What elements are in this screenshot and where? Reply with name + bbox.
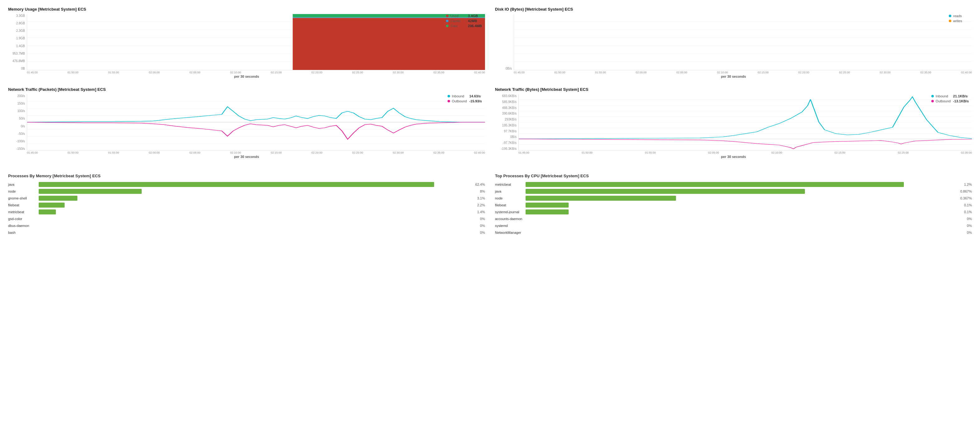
processes-cpu-list: metricbeat 1.2% java 0.867% node 0.367% bbox=[495, 182, 972, 235]
legend-reads: reads bbox=[949, 14, 969, 18]
process-pct-metricbeat-cpu: 1.2% bbox=[958, 183, 972, 186]
memory-svg bbox=[27, 14, 485, 70]
legend-outbound-bytes: Outbound -13.1KB/s bbox=[931, 99, 969, 103]
process-bar-container-gnome-mem bbox=[39, 196, 468, 201]
process-pct-gnome-mem: 3.1% bbox=[471, 196, 485, 200]
memory-panel: Memory Usage [Metricbeat System] ECS 3.3… bbox=[3, 3, 490, 83]
process-name-gnome-mem: gnome-shell bbox=[8, 196, 36, 200]
net-packets-legend: Inbound 14.63/s Outbound -15.93/s bbox=[447, 94, 482, 103]
process-pct-accounts-cpu: 0% bbox=[958, 217, 972, 221]
process-row-node-mem: node 8% bbox=[8, 189, 485, 194]
process-name-gsd-mem: gsd-color bbox=[8, 217, 36, 221]
process-name-java-cpu: java bbox=[495, 189, 523, 193]
net-packets-chart bbox=[27, 94, 485, 151]
process-row-accounts-cpu: accounts-daemon 0% bbox=[495, 216, 972, 221]
process-bar-node-cpu bbox=[526, 196, 676, 201]
inbound-pkt-label: Inbound bbox=[452, 94, 468, 98]
inbound-pkt-value: 14.63/s bbox=[469, 94, 481, 98]
outbound-bytes-value: -13.1KB/s bbox=[953, 99, 969, 103]
process-row-filebeat-cpu: filebeat 0.1% bbox=[495, 203, 972, 208]
process-bar-node-mem bbox=[39, 189, 142, 194]
process-pct-dbus-mem: 0% bbox=[471, 224, 485, 227]
cache-label: Cache bbox=[450, 19, 466, 23]
process-row-bash-mem: bash 0% bbox=[8, 230, 485, 235]
process-row-dbus-mem: dbus-daemon 0% bbox=[8, 223, 485, 228]
inbound-bytes-dot bbox=[931, 95, 934, 97]
process-bar-filebeat-mem bbox=[39, 203, 65, 208]
memory-x-labels: 01:45:00 01:50:00 01:55:00 02:00:00 02:0… bbox=[8, 71, 485, 74]
process-name-systemd-journal-cpu: systemd-journal bbox=[495, 210, 523, 214]
net-bytes-title: Network Traffic (Bytes) [Metricbeat Syst… bbox=[495, 87, 972, 92]
process-bar-java-cpu bbox=[526, 189, 805, 194]
net-packets-y-axis: 200/s 150/s 100/s 50/s 0/s -50/s -100/s … bbox=[8, 94, 27, 151]
processes-cpu-panel: Top Processes By CPU [Metricbeat System]… bbox=[490, 170, 977, 241]
inbound-bytes-label: Inbound bbox=[936, 94, 951, 98]
process-name-accounts-cpu: accounts-daemon bbox=[495, 217, 523, 221]
process-bar-container-java-mem bbox=[39, 182, 468, 187]
disk-x-title: per 30 seconds bbox=[495, 75, 972, 78]
memory-title: Memory Usage [Metricbeat System] ECS bbox=[8, 7, 485, 11]
used-label: Used bbox=[450, 14, 466, 18]
processes-memory-title: Processes By Memory [Metricbeat System] … bbox=[8, 173, 485, 178]
process-pct-bash-mem: 0% bbox=[471, 231, 485, 234]
process-row-filebeat-mem: filebeat 2.2% bbox=[8, 203, 485, 208]
outbound-pkt-dot bbox=[447, 100, 450, 102]
net-bytes-y-axis: 683.6KB/s 585.9KB/s 488.3KB/s 390.6KB/s … bbox=[495, 94, 519, 151]
process-bar-systemd-journal-cpu bbox=[526, 210, 569, 215]
legend-cache: Cache 42MB bbox=[446, 19, 482, 23]
process-name-filebeat-cpu: filebeat bbox=[495, 203, 523, 207]
process-row-systemd-cpu: systemd 0% bbox=[495, 223, 972, 228]
inbound-pkt-dot bbox=[447, 95, 450, 97]
free-dot bbox=[446, 25, 449, 27]
process-pct-node-mem: 8% bbox=[471, 189, 485, 193]
inbound-bytes-value: 21.1KB/s bbox=[953, 94, 967, 98]
free-label: Free bbox=[450, 24, 466, 28]
process-bar-container-accounts-cpu bbox=[526, 216, 955, 221]
cache-value: 42MB bbox=[468, 19, 477, 23]
process-row-metricbeat-mem: metricbeat 1.4% bbox=[8, 210, 485, 215]
disk-title: Disk IO (Bytes) [Metricbeat System] ECS bbox=[495, 7, 972, 11]
legend-used: Used 3.4GB bbox=[446, 14, 482, 18]
process-name-node-cpu: node bbox=[495, 196, 523, 200]
process-pct-java-cpu: 0.867% bbox=[958, 189, 972, 193]
process-row-java-mem: java 62.4% bbox=[8, 182, 485, 187]
reads-dot bbox=[949, 15, 951, 17]
net-bytes-chart bbox=[519, 94, 972, 151]
process-bar-filebeat-cpu bbox=[526, 203, 569, 208]
process-row-node-cpu: node 0.367% bbox=[495, 196, 972, 201]
process-bar-container-node-cpu bbox=[526, 196, 955, 201]
process-bar-container-filebeat-cpu bbox=[526, 203, 955, 208]
process-row-systemd-journal-cpu: systemd-journal 0.1% bbox=[495, 210, 972, 215]
net-bytes-legend: Inbound 21.1KB/s Outbound -13.1KB/s bbox=[931, 94, 969, 103]
processes-cpu-title: Top Processes By CPU [Metricbeat System]… bbox=[495, 173, 972, 178]
legend-outbound-pkt: Outbound -15.93/s bbox=[447, 99, 482, 103]
net-packets-x-title: per 30 seconds bbox=[8, 155, 485, 159]
process-bar-container-filebeat-mem bbox=[39, 203, 468, 208]
process-bar-container-bash-mem bbox=[39, 230, 468, 235]
net-packets-x-labels: 01:45:00 01:50:00 01:55:00 02:00:00 02:0… bbox=[8, 151, 485, 154]
process-name-filebeat-mem: filebeat bbox=[8, 203, 36, 207]
net-packets-title: Network Traffic (Packets) [Metricbeat Sy… bbox=[8, 87, 485, 92]
reads-label: reads bbox=[953, 14, 969, 18]
process-row-gnome-mem: gnome-shell 3.1% bbox=[8, 196, 485, 201]
process-pct-node-cpu: 0.367% bbox=[958, 196, 972, 200]
process-pct-metricbeat-mem: 1.4% bbox=[471, 210, 485, 214]
process-bar-container-metricbeat-cpu bbox=[526, 182, 955, 187]
processes-memory-panel: Processes By Memory [Metricbeat System] … bbox=[3, 170, 490, 241]
memory-y-axis: 3.3GB 2.8GB 2.3GB 1.9GB 1.4GB 953.7MB 47… bbox=[8, 14, 27, 70]
process-bar-container-node-mem bbox=[39, 189, 468, 194]
memory-chart bbox=[27, 14, 485, 70]
memory-legend: Used 3.4GB Cache 42MB Free 206.4MB bbox=[446, 14, 482, 28]
process-row-networkmanager-cpu: NetworkManager 0% bbox=[495, 230, 972, 235]
disk-x-labels: 01:45:00 01:50:00 01:55:00 02:00:00 02:0… bbox=[495, 71, 972, 74]
process-pct-filebeat-mem: 2.2% bbox=[471, 203, 485, 207]
outbound-pkt-value: -15.93/s bbox=[469, 99, 482, 103]
process-name-node-mem: node bbox=[8, 189, 36, 193]
process-bar-container-systemd-cpu bbox=[526, 223, 955, 228]
net-bytes-x-labels: 01:45:00 01:50:00 01:55:00 02:05:00 02:1… bbox=[495, 151, 972, 154]
net-bytes-svg bbox=[519, 94, 972, 150]
outbound-bytes-dot bbox=[931, 100, 934, 102]
legend-free: Free 206.4MB bbox=[446, 24, 482, 28]
process-row-java-cpu: java 0.867% bbox=[495, 189, 972, 194]
cache-dot bbox=[446, 20, 449, 22]
